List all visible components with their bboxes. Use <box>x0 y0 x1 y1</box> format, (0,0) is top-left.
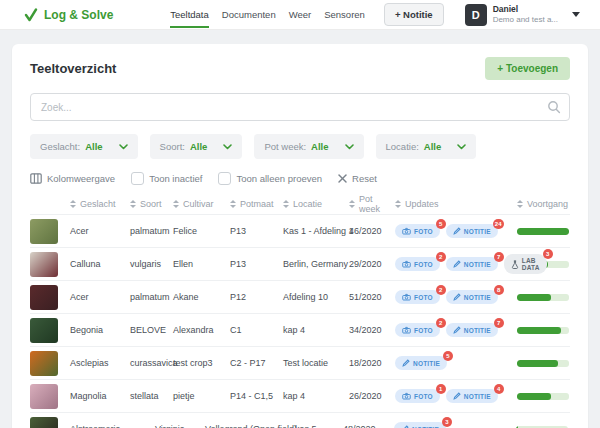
column-header-cultivar[interactable]: Cultivar <box>173 199 230 209</box>
filter-locatie[interactable]: Locatie:Alle <box>376 134 477 159</box>
checkbox-toon-alleen-proeven[interactable]: Toon alleen proeven <box>218 172 322 185</box>
camera-icon <box>402 293 411 301</box>
nav-tab-documenten[interactable]: Documenten <box>222 1 276 28</box>
nav-tab-teeltdata[interactable]: Teeltdata <box>170 1 209 28</box>
filter-pot-week[interactable]: Pot week:Alle <box>254 134 363 159</box>
column-header-pot-week[interactable]: Pot week <box>349 194 395 214</box>
table-row[interactable]: BegoniaBELOVEAlexandraC1kap 434/2020FOTO… <box>30 313 570 346</box>
plant-thumbnail[interactable] <box>30 219 58 244</box>
cell-potmaat: P12 <box>230 292 283 302</box>
table-row[interactable]: MagnoliastellatapietjeP14 - C1,5kap 426/… <box>30 379 570 412</box>
labdata-badge[interactable]: LAB DATA3 <box>504 254 547 274</box>
badge-count: 2 <box>436 318 446 328</box>
foto-badge[interactable]: FOTO2 <box>395 257 440 271</box>
filter-soort[interactable]: Soort:Alle <box>150 134 243 159</box>
foto-badge[interactable]: FOTO2 <box>395 290 440 304</box>
column-label: Potmaat <box>240 199 274 209</box>
chevron-down-icon <box>223 144 232 150</box>
plant-thumbnail[interactable] <box>30 417 58 428</box>
foto-badge[interactable]: FOTO5 <box>395 224 440 238</box>
plant-thumbnail[interactable] <box>30 285 58 310</box>
main-nav: TeeltdataDocumentenWeerSensoren + Notiti… <box>170 1 580 28</box>
notitie-badge[interactable]: NOTITIE7 <box>446 257 498 271</box>
thumbnail-cell <box>30 252 70 277</box>
brand-name: Log & Solve <box>44 8 113 22</box>
foto-badge[interactable]: FOTO1 <box>395 389 440 403</box>
badge-count: 2 <box>436 285 446 295</box>
badge-label: NOTITIE <box>413 360 440 367</box>
voortgang-cell <box>517 228 570 235</box>
plant-thumbnail[interactable] <box>30 351 58 376</box>
user-organization: Demo and test a... <box>493 15 558 25</box>
foto-badge[interactable]: FOTO2 <box>395 323 440 337</box>
cell-locatie: kap 4 <box>283 325 349 335</box>
table-row[interactable]: AcerpalmatumFeliceP13Kas 1 - Afdeling 14… <box>30 214 570 247</box>
chevron-down-icon <box>457 144 466 150</box>
note-icon <box>453 293 461 301</box>
app-logo[interactable]: Log & Solve <box>24 8 113 22</box>
plant-thumbnail[interactable] <box>30 384 58 409</box>
filter-value: Alle <box>424 141 441 152</box>
filter-value: Alle <box>85 141 102 152</box>
table-row[interactable]: CallunavulgarisEllenP13Berlin, Germany29… <box>30 247 570 280</box>
notitie-badge[interactable]: NOTITIE7 <box>446 323 498 337</box>
column-header-locatie[interactable]: Locatie <box>283 199 349 209</box>
filter-label: Locatie: <box>386 141 419 152</box>
reset-button[interactable]: Reset <box>338 173 377 184</box>
sort-icon <box>517 200 523 208</box>
checkbox-toon-inactief[interactable]: Toon inactief <box>131 172 202 185</box>
notitie-badge[interactable]: NOTITIE5 <box>395 356 447 370</box>
notitie-badge[interactable]: NOTITIE4 <box>446 389 498 403</box>
badge-count: 24 <box>493 219 504 229</box>
updates-cell: FOTO2NOTITIE7LAB DATA3 <box>395 254 517 274</box>
progress-bar <box>517 393 569 400</box>
camera-icon <box>402 392 411 400</box>
new-note-button[interactable]: + Notitie <box>384 3 444 26</box>
cell-geslacht: Acer <box>70 292 130 302</box>
notitie-badge[interactable]: NOTITIE8 <box>446 290 498 304</box>
column-header-voortgang[interactable]: Voortgang <box>517 199 570 209</box>
column-header-updates[interactable]: Updates <box>395 199 517 209</box>
thumbnail-cell <box>30 351 70 376</box>
badge-label: NOTITIE <box>464 327 491 334</box>
column-view-label: Kolomweergave <box>47 173 115 184</box>
sort-icon <box>70 200 76 208</box>
cell-geslacht: Begonia <box>70 325 130 335</box>
add-crop-button[interactable]: + Toevoegen <box>485 57 570 80</box>
badge-label: LAB DATA <box>522 257 540 271</box>
progress-bar <box>517 327 569 334</box>
avatar: D <box>465 4 487 26</box>
plant-thumbnail[interactable] <box>30 252 58 277</box>
nav-tab-weer[interactable]: Weer <box>289 1 312 28</box>
notitie-badge[interactable]: NOTITIE24 <box>446 224 498 238</box>
column-header-geslacht[interactable]: Geslacht <box>70 199 130 209</box>
column-header-soort[interactable]: Soort <box>130 199 173 209</box>
plant-thumbnail[interactable] <box>30 318 58 343</box>
cell-soort: BELOVE <box>130 325 173 335</box>
checkbox-box[interactable] <box>218 172 231 185</box>
note-icon <box>453 326 461 334</box>
table-row[interactable]: Asclepiascurassavicatest crop3C2 - P17Te… <box>30 346 570 379</box>
sort-icon <box>349 200 355 208</box>
filter-geslacht[interactable]: Geslacht:Alle <box>30 134 138 159</box>
nav-tab-sensoren[interactable]: Sensoren <box>324 1 365 28</box>
checkbox-box[interactable] <box>131 172 144 185</box>
updates-cell: NOTITIE3 <box>394 422 516 428</box>
cell-soort: stellata <box>130 391 173 401</box>
column-view-button[interactable]: Kolomweergave <box>30 173 115 184</box>
search-input[interactable] <box>30 93 570 121</box>
table-row[interactable]: AlstroemeriaVirginiaVollegrond (Open fie… <box>30 412 570 428</box>
column-header-potmaat[interactable]: Potmaat <box>230 199 283 209</box>
progress-fill <box>517 327 561 334</box>
table-row[interactable]: AcerpalmatumAkaneP12Afdeling 1051/2020FO… <box>30 280 570 313</box>
badge-count: 2 <box>436 252 446 262</box>
badge-count: 7 <box>494 318 504 328</box>
note-icon <box>402 359 410 367</box>
user-menu[interactable]: D Daniel Demo and test a... <box>465 4 580 26</box>
updates-cell: NOTITIE5 <box>395 356 517 370</box>
filter-label: Pot week: <box>264 141 306 152</box>
notitie-badge[interactable]: NOTITIE3 <box>394 422 446 428</box>
sort-icon <box>130 200 136 208</box>
thumbnail-cell <box>30 285 70 310</box>
cell-soort: curassavica <box>130 358 173 368</box>
